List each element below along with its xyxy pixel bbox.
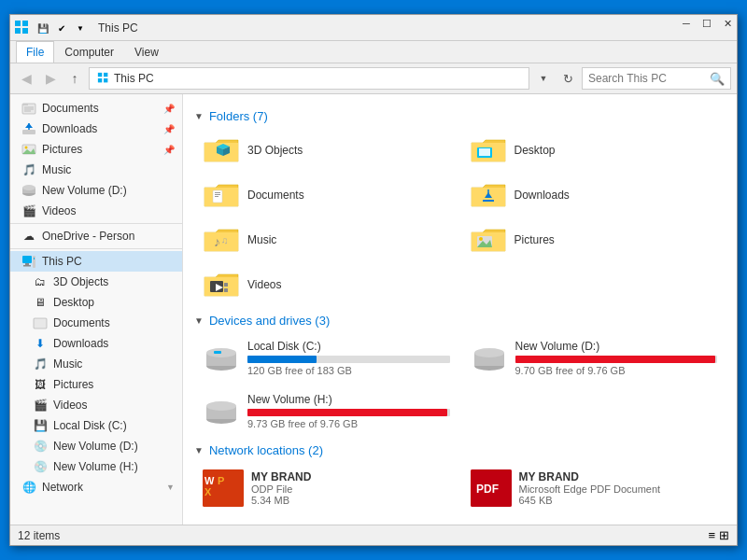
folder-item-downloads[interactable]: Downloads: [461, 174, 726, 217]
sidebar-item-documents[interactable]: Documents 📌: [10, 98, 182, 119]
sidebar-item-volh[interactable]: 💿 New Volume (H:): [10, 456, 182, 477]
title-bar-title: This PC: [98, 21, 138, 35]
drive-c-name: Local Disk (C:): [247, 340, 450, 353]
network-type-pdf: Microsoft Edge PDF Document: [519, 483, 661, 495]
tab-file[interactable]: File: [16, 41, 54, 63]
network-item-odp[interactable]: W X P MY BRAND ODP File 5.34 MB: [194, 463, 458, 513]
svg-rect-0: [15, 21, 21, 26]
svg-rect-62: [224, 288, 228, 292]
address-bar: ◀ ▶ ↑ This PC ▼ ↻ 🔍: [10, 63, 737, 94]
folder-item-videos[interactable]: Videos: [194, 263, 459, 306]
minimize-button[interactable]: ─: [677, 15, 696, 32]
pictures-icon: [21, 142, 36, 157]
network-icon-pdf: PDF: [471, 469, 512, 507]
network-name-pdf: MY BRAND: [519, 470, 661, 483]
sidebar-item-newvolumed[interactable]: New Volume (D:): [10, 180, 182, 201]
onedrive-icon: ☁: [21, 229, 36, 244]
folder-label-vids: Videos: [247, 278, 281, 291]
folder-item-3dobjects[interactable]: 3D Objects: [194, 129, 459, 172]
folder-item-pictures[interactable]: Pictures: [461, 218, 726, 261]
svg-rect-5: [104, 73, 107, 77]
folder-item-music[interactable]: ♪ ♫ Music: [194, 218, 459, 261]
up-button[interactable]: ↑: [64, 68, 85, 89]
sidebar-label-dl: Downloads: [53, 337, 175, 350]
svg-rect-13: [22, 130, 35, 134]
sidebar-item-docs[interactable]: Documents: [10, 313, 182, 333]
sidebar-item-3dobjects[interactable]: 🗂 3D Objects: [10, 272, 182, 292]
sidebar-item-localc[interactable]: 💾 Local Disk (C:): [10, 415, 182, 436]
sidebar-label-vids: Videos: [53, 399, 175, 412]
svg-rect-41: [215, 194, 220, 195]
close-button[interactable]: ✕: [718, 15, 737, 32]
folder-label-3do: 3D Objects: [247, 144, 303, 157]
chevron-down-icon: ▼: [166, 483, 175, 492]
drive-item-c[interactable]: Local Disk (C:) 120 GB free of 183 GB: [194, 333, 458, 383]
title-bar: 💾 ✔ ▼ This PC ─ ☐ ✕: [10, 15, 737, 41]
sidebar-item-network[interactable]: 🌐 Network ▼: [10, 477, 182, 497]
drive-item-d[interactable]: New Volume (D:) 9.70 GB free of 9.76 GB: [462, 333, 726, 383]
svg-text:PDF: PDF: [476, 483, 499, 496]
folders-section-header[interactable]: ▼ Folders (7): [194, 109, 726, 123]
sidebar-label-documents: Documents: [42, 102, 162, 115]
folder-icon-pictures: [470, 225, 507, 255]
sidebar-label-desktop: Desktop: [53, 296, 175, 309]
chevron-network: ▼: [194, 445, 204, 455]
sidebar-item-music[interactable]: 🎵 Music: [10, 160, 182, 180]
sidebar-item-music2[interactable]: 🎵 Music: [10, 354, 182, 374]
folder-item-desktop[interactable]: Desktop: [461, 129, 726, 172]
sidebar-item-thispc[interactable]: This PC: [10, 251, 182, 272]
refresh-button[interactable]: ↻: [557, 68, 578, 89]
drive-grid: Local Disk (C:) 120 GB free of 183 GB: [194, 333, 726, 436]
svg-rect-22: [22, 256, 32, 263]
chevron-drives: ▼: [194, 315, 204, 326]
svg-point-56: [479, 237, 483, 241]
sidebar-item-vold[interactable]: 💿 New Volume (D:): [10, 436, 182, 456]
drive-item-h[interactable]: New Volume (H:) 9.73 GB free of 9.76 GB: [194, 386, 458, 436]
drives-section-header[interactable]: ▼ Devices and drives (3): [194, 314, 726, 328]
pin-icon: 📌: [163, 104, 175, 114]
save-button[interactable]: 💾: [35, 20, 51, 36]
sidebar-item-videos[interactable]: 🎬 Videos: [10, 201, 182, 221]
folder-icon-documents: [203, 180, 240, 210]
quick-access-toolbar: 💾 ✔ ▼ This PC: [10, 15, 681, 41]
folder-icon-videos: [203, 270, 240, 300]
sidebar-item-onedrive[interactable]: ☁ OneDrive - Person: [10, 226, 182, 246]
svg-text:♪: ♪: [214, 234, 220, 249]
network-item-pdf[interactable]: PDF MY BRAND Microsoft Edge PDF Document…: [462, 463, 726, 513]
music-icon: 🎵: [21, 162, 36, 177]
dropdown-qa[interactable]: ▼: [72, 20, 89, 36]
sidebar-item-pictures[interactable]: Pictures 📌: [10, 139, 182, 160]
ribbon: File Computer View: [10, 41, 737, 63]
network-size-odp: 5.34 MB: [251, 495, 311, 506]
svg-rect-7: [104, 78, 107, 82]
sidebar-label-pictures: Pictures: [42, 143, 162, 156]
sidebar-item-desktop[interactable]: 🖥 Desktop: [10, 292, 182, 313]
view-tiles-button[interactable]: ⊞: [719, 528, 729, 542]
sidebar-item-dl[interactable]: ⬇ Downloads: [10, 333, 182, 354]
properties-button[interactable]: ✔: [53, 20, 70, 36]
address-path[interactable]: This PC: [89, 67, 529, 90]
forward-button[interactable]: ▶: [40, 68, 61, 89]
sidebar-label-volh: New Volume (H:): [53, 460, 175, 473]
tab-view[interactable]: View: [124, 41, 169, 63]
svg-rect-23: [25, 263, 29, 265]
svg-rect-42: [215, 196, 218, 197]
svg-rect-27: [34, 318, 47, 329]
tab-computer[interactable]: Computer: [54, 41, 124, 63]
dropdown-path[interactable]: ▼: [533, 68, 554, 89]
status-right: ≡ ⊞: [708, 528, 729, 542]
search-input[interactable]: [588, 72, 710, 85]
drive-h-bar-bg: [247, 409, 450, 416]
sidebar-item-vids[interactable]: 🎬 Videos: [10, 395, 182, 415]
network-section-header[interactable]: ▼ Network locations (2): [194, 443, 726, 457]
sidebar-item-downloads[interactable]: Downloads 📌: [10, 119, 182, 139]
drive-icon-d: [471, 343, 508, 373]
svg-rect-36: [479, 148, 490, 156]
view-details-button[interactable]: ≡: [708, 528, 715, 542]
folder-item-documents[interactable]: Documents: [194, 174, 459, 217]
back-button[interactable]: ◀: [16, 68, 36, 89]
maximize-button[interactable]: ☐: [698, 15, 716, 32]
sidebar-item-pics[interactable]: 🖼 Pictures: [10, 374, 182, 395]
svg-rect-24: [23, 265, 31, 267]
pin-icon-dl: 📌: [163, 124, 175, 134]
